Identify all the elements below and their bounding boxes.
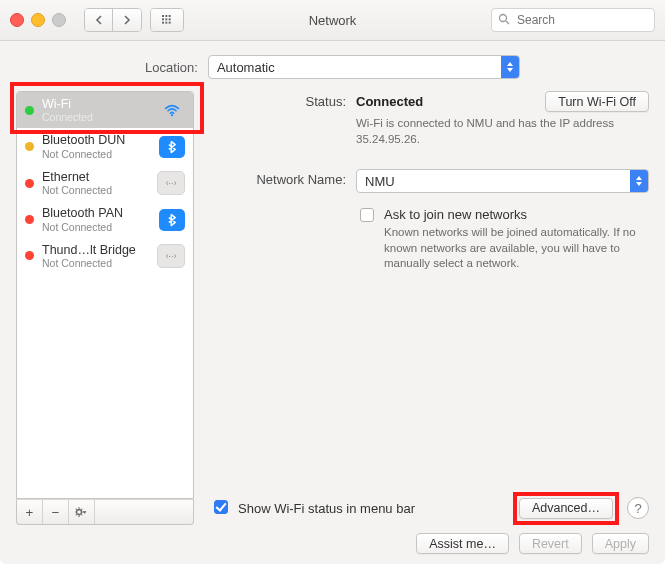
status-dot-icon	[25, 142, 34, 151]
ask-to-join-checkbox[interactable]	[360, 208, 374, 222]
network-name-select[interactable]: NMU	[356, 169, 649, 193]
split-pane: Wi-Fi Connected Bluetooth DUN Not Connec…	[16, 91, 649, 525]
svg-rect-7	[165, 22, 167, 24]
network-name-value: NMU	[365, 174, 395, 189]
back-button[interactable]	[85, 9, 113, 31]
minimize-dot[interactable]	[31, 13, 45, 27]
status-description: Wi-Fi is connected to NMU and has the IP…	[356, 116, 616, 147]
location-value: Automatic	[217, 60, 275, 75]
search-input[interactable]	[515, 12, 665, 28]
sidebar-item-bt-dun[interactable]: Bluetooth DUN Not Connected	[17, 128, 193, 164]
search-field-wrap[interactable]	[491, 8, 655, 32]
show-status-checkbox[interactable]	[214, 500, 228, 514]
wifi-icon	[159, 99, 185, 121]
sidebar-item-label: Thund…lt Bridge	[42, 243, 149, 257]
status-dot-icon	[25, 251, 34, 260]
sidebar-wrap: Wi-Fi Connected Bluetooth DUN Not Connec…	[16, 91, 194, 525]
action-menu-button[interactable]	[69, 500, 95, 524]
bluetooth-icon	[159, 209, 185, 231]
status-dot-icon	[25, 215, 34, 224]
search-icon	[498, 13, 510, 28]
svg-line-10	[506, 21, 509, 24]
sidebar-item-sub: Not Connected	[42, 184, 149, 196]
select-steppers-icon	[501, 56, 519, 78]
ethernet-icon: ‹··›	[157, 244, 185, 268]
advanced-wrap: Advanced…	[519, 498, 613, 519]
forward-button[interactable]	[113, 9, 141, 31]
svg-point-11	[171, 114, 173, 116]
add-service-button[interactable]: +	[17, 500, 43, 524]
advanced-button[interactable]: Advanced…	[519, 498, 613, 519]
svg-point-14	[77, 510, 82, 515]
revert-button[interactable]: Revert	[519, 533, 582, 554]
sidebar-item-tb-bridge[interactable]: Thund…lt Bridge Not Connected ‹··›	[17, 238, 193, 274]
footer-spacer	[95, 500, 193, 524]
ask-to-join-label: Ask to join new networks	[384, 207, 644, 222]
svg-rect-0	[162, 15, 164, 17]
svg-text:‹··›: ‹··›	[166, 251, 177, 261]
sidebar-item-bt-pan[interactable]: Bluetooth PAN Not Connected	[17, 201, 193, 237]
status-row: Status: Connected Turn Wi-Fi Off Wi-Fi i…	[206, 91, 649, 147]
sidebar-item-sub: Not Connected	[42, 221, 151, 233]
sidebar-item-label: Ethernet	[42, 170, 149, 184]
ethernet-icon: ‹··›	[157, 171, 185, 195]
location-select[interactable]: Automatic	[208, 55, 520, 79]
nav-seg	[84, 8, 142, 32]
sidebar-item-sub: Not Connected	[42, 148, 151, 160]
svg-rect-8	[169, 22, 171, 24]
svg-rect-5	[169, 18, 171, 20]
remove-service-button[interactable]: −	[43, 500, 69, 524]
sidebar-footer: + −	[16, 499, 194, 525]
network-prefs-window: Network Location: Automatic	[0, 0, 665, 564]
assist-button[interactable]: Assist me…	[416, 533, 509, 554]
showall-seg	[150, 8, 184, 32]
sidebar-item-ethernet[interactable]: Ethernet Not Connected ‹··›	[17, 165, 193, 201]
apply-button[interactable]: Apply	[592, 533, 649, 554]
ask-to-join-row: Ask to join new networks Known networks …	[356, 207, 649, 272]
svg-rect-1	[165, 15, 167, 17]
content: Location: Automatic Wi-Fi Connected	[0, 41, 665, 564]
status-label: Status:	[206, 91, 356, 109]
sidebar-item-label: Bluetooth PAN	[42, 206, 151, 220]
sidebar-item-sub: Connected	[42, 111, 151, 123]
sidebar-item-label: Wi-Fi	[42, 97, 151, 111]
svg-rect-6	[162, 22, 164, 24]
sidebar-item-wifi[interactable]: Wi-Fi Connected	[17, 92, 193, 128]
status-value: Connected	[356, 94, 423, 109]
traffic-lights	[10, 13, 66, 27]
show-all-button[interactable]	[151, 9, 183, 31]
svg-point-9	[500, 14, 507, 21]
bluetooth-icon	[159, 136, 185, 158]
network-name-label: Network Name:	[206, 169, 356, 187]
close-dot[interactable]	[10, 13, 24, 27]
sidebar-item-sub: Not Connected	[42, 257, 149, 269]
ask-to-join-desc: Known networks will be joined automatica…	[384, 225, 644, 272]
svg-rect-2	[169, 15, 171, 17]
zoom-dot[interactable]	[52, 13, 66, 27]
sidebar-list: Wi-Fi Connected Bluetooth DUN Not Connec…	[16, 91, 194, 499]
location-label: Location:	[145, 60, 198, 75]
svg-rect-4	[165, 18, 167, 20]
bottom-bar: Show Wi-Fi status in menu bar Advanced… …	[206, 491, 649, 525]
select-steppers-icon	[630, 170, 648, 192]
location-row: Location: Automatic	[16, 55, 649, 79]
sidebar-item-label: Bluetooth DUN	[42, 133, 151, 147]
titlebar: Network	[0, 0, 665, 41]
status-dot-icon	[25, 179, 34, 188]
svg-text:‹··›: ‹··›	[166, 178, 177, 188]
svg-rect-3	[162, 18, 164, 20]
detail-panel: Status: Connected Turn Wi-Fi Off Wi-Fi i…	[206, 91, 649, 525]
status-dot-icon	[25, 106, 34, 115]
show-status-label: Show Wi-Fi status in menu bar	[238, 501, 415, 516]
help-button[interactable]: ?	[627, 497, 649, 519]
wifi-toggle-button[interactable]: Turn Wi-Fi Off	[545, 91, 649, 112]
footer-buttons: Assist me… Revert Apply	[16, 525, 649, 554]
network-name-row: Network Name: NMU	[206, 169, 649, 193]
